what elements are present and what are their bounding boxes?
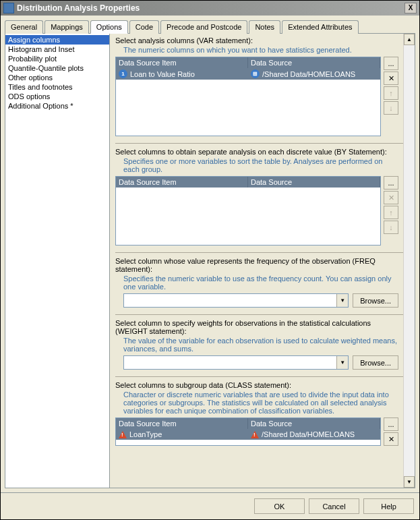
var-section: Select analysis columns (VAR statement):…	[115, 36, 412, 136]
class-delete-button[interactable]: ✕	[384, 432, 398, 446]
options-sidebar: Assign columns Histogram and Inset Proba…	[5, 34, 110, 488]
main-scrollbar[interactable]: ▲ ▼	[403, 34, 415, 488]
var-desc: The numeric columns on which you want to…	[123, 46, 398, 54]
separator	[115, 252, 412, 253]
class-more-button[interactable]: ...	[384, 417, 398, 431]
dialog-footer: OK Cancel Help	[1, 492, 419, 519]
sidebar-item-titles[interactable]: Titles and footnotes	[5, 82, 109, 92]
var-down-button[interactable]: ↓	[384, 101, 398, 115]
tab-strip: General Mappings Options Code Precode an…	[5, 20, 415, 34]
cancel-button[interactable]: Cancel	[309, 498, 359, 514]
var-item-text: Loan to Value Ratio	[130, 70, 195, 78]
weight-desc: The value of the variable for each obser…	[123, 337, 398, 353]
separator	[115, 376, 412, 377]
class-section: Select columns to subgroup data (CLASS s…	[115, 381, 412, 446]
tab-code[interactable]: Code	[129, 20, 159, 34]
by-label: Select columns to obtain separate analys…	[115, 148, 398, 156]
freq-desc: Specifies the numeric variable to use as…	[123, 275, 398, 291]
class-source-text: /Shared Data/HOMELOANS	[262, 430, 355, 438]
sidebar-item-additional[interactable]: Additional Options *	[5, 101, 109, 111]
ok-button[interactable]: OK	[254, 498, 305, 514]
table-icon: ⊞	[251, 69, 260, 78]
by-desc: Specifies one or more variables to sort …	[123, 157, 398, 173]
class-grid[interactable]: Data Source Item Data Source LoanType /S…	[115, 417, 381, 446]
help-button[interactable]: Help	[363, 498, 414, 514]
var-delete-button[interactable]: ✕	[384, 71, 398, 85]
var-col-item: Data Source Item	[116, 57, 248, 68]
by-delete-button[interactable]: ✕	[384, 191, 398, 204]
class-label: Select columns to subgroup data (CLASS s…	[115, 381, 398, 389]
tab-panel: Assign columns Histogram and Inset Proba…	[5, 34, 415, 488]
dialog-window: Distribution Analysis Properties X Gener…	[0, 0, 420, 520]
scroll-track[interactable]	[404, 45, 415, 476]
freq-section: Select column whose value represents the…	[115, 257, 412, 308]
class-col-source: Data Source	[248, 418, 380, 429]
by-grid-header: Data Source Item Data Source	[116, 177, 380, 187]
sidebar-item-probability[interactable]: Probability plot	[5, 54, 109, 63]
app-icon	[3, 3, 14, 13]
class-desc: Character or discrete numeric variables …	[123, 391, 398, 415]
class-item-text: LoanType	[129, 430, 162, 438]
freq-browse-button[interactable]: Browse...	[353, 293, 398, 308]
var-up-button[interactable]: ↑	[384, 86, 398, 100]
tab-mappings[interactable]: Mappings	[44, 20, 89, 34]
var-row[interactable]: 1Loan to Value Ratio ⊞/Shared Data/HOMEL…	[116, 68, 380, 80]
scroll-down-button[interactable]: ▼	[404, 476, 415, 488]
var-grid-header: Data Source Item Data Source	[116, 57, 380, 68]
freq-combo[interactable]: ▼	[123, 293, 349, 308]
var-side-buttons: ... ✕ ↑ ↓	[384, 57, 398, 136]
by-up-button[interactable]: ↑	[384, 206, 398, 219]
sidebar-item-other[interactable]: Other options	[5, 73, 109, 82]
freq-dropdown-button[interactable]: ▼	[336, 294, 348, 307]
tab-precode[interactable]: Precode and Postcode	[160, 20, 247, 34]
sidebar-item-ods[interactable]: ODS options	[5, 92, 109, 101]
by-more-button[interactable]: ...	[384, 176, 398, 190]
weight-dropdown-button[interactable]: ▼	[336, 356, 348, 369]
var-col-source: Data Source	[248, 57, 380, 68]
by-section: Select columns to obtain separate analys…	[115, 148, 412, 245]
separator	[115, 143, 412, 144]
titlebar: Distribution Analysis Properties X	[1, 1, 419, 16]
class-row[interactable]: LoanType /Shared Data/HOMELOANS	[116, 429, 380, 440]
warning-icon	[119, 431, 127, 438]
window-title: Distribution Analysis Properties	[17, 3, 404, 13]
weight-combo[interactable]: ▼	[123, 355, 349, 370]
by-col-source: Data Source	[248, 177, 380, 187]
warning-icon	[251, 431, 259, 438]
var-grid[interactable]: Data Source Item Data Source 1Loan to Va…	[115, 57, 381, 136]
by-down-button[interactable]: ↓	[384, 221, 398, 234]
weight-browse-button[interactable]: Browse...	[353, 355, 398, 370]
content-area: General Mappings Options Code Precode an…	[1, 16, 419, 492]
sidebar-item-histogram[interactable]: Histogram and Inset	[5, 45, 109, 54]
tab-options[interactable]: Options	[90, 20, 128, 34]
tab-general[interactable]: General	[5, 20, 43, 34]
scroll-up-button[interactable]: ▲	[404, 34, 415, 45]
var-more-button[interactable]: ...	[384, 57, 398, 70]
weight-label: Select column to specify weights for obs…	[115, 319, 398, 335]
sidebar-item-assign[interactable]: Assign columns	[5, 35, 109, 45]
close-button[interactable]: X	[404, 3, 417, 13]
sidebar-item-qq[interactable]: Quantile-Quantile plots	[5, 63, 109, 73]
freq-input[interactable]	[124, 294, 336, 307]
freq-label: Select column whose value represents the…	[115, 257, 398, 273]
by-side-buttons: ... ✕ ↑ ↓	[384, 176, 398, 245]
by-grid[interactable]: Data Source Item Data Source	[115, 176, 381, 245]
tab-extended[interactable]: Extended Attributes	[282, 20, 358, 34]
var-source-text: /Shared Data/HOMELOANS	[262, 70, 355, 78]
class-side-buttons: ... ✕	[384, 417, 398, 446]
class-grid-header: Data Source Item Data Source	[116, 418, 380, 429]
weight-section: Select column to specify weights for obs…	[115, 319, 412, 370]
by-col-item: Data Source Item	[116, 177, 248, 187]
main-panel: Select analysis columns (VAR statement):…	[110, 34, 415, 488]
weight-input[interactable]	[124, 356, 336, 369]
tab-notes[interactable]: Notes	[249, 20, 280, 34]
separator	[115, 314, 412, 315]
class-col-item: Data Source Item	[116, 418, 248, 429]
var-label: Select analysis columns (VAR statement):	[115, 36, 398, 45]
numeric-icon: 1	[119, 69, 127, 78]
